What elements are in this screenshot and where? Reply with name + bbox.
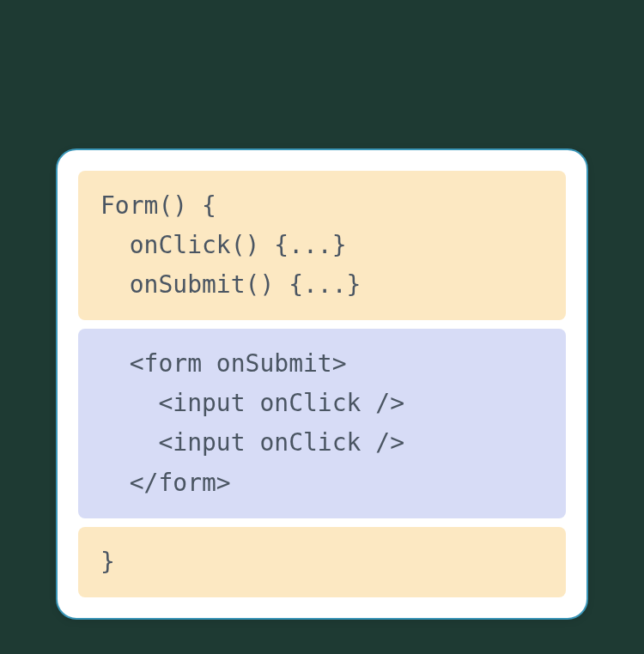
js-block-bottom: }	[78, 527, 566, 597]
code-diagram-card: Form() { onClick() {...} onSubmit() {...…	[56, 148, 588, 621]
jsx-block-middle: <form onSubmit> <input onClick /> <input…	[78, 329, 566, 518]
spacer	[78, 518, 566, 527]
spacer	[78, 320, 566, 329]
js-block-top: Form() { onClick() {...} onSubmit() {...…	[78, 171, 566, 321]
